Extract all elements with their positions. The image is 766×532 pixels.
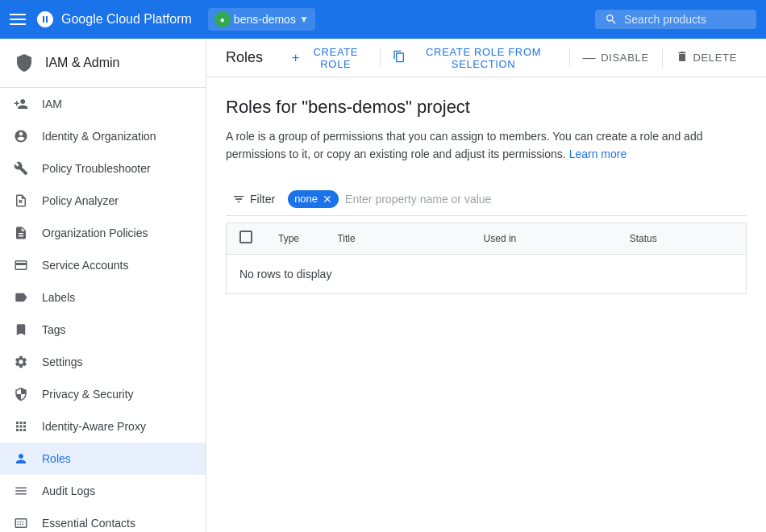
disable-label: DISABLE bbox=[601, 52, 648, 64]
create-role-button[interactable]: + CREATE ROLE bbox=[282, 39, 377, 77]
create-role-label: CREATE ROLE bbox=[305, 46, 367, 70]
doc-search-icon bbox=[13, 193, 29, 209]
sidebar-item-settings[interactable]: Settings bbox=[0, 346, 206, 378]
sidebar-item-label: Labels bbox=[42, 291, 75, 304]
sidebar-item-label: Privacy & Security bbox=[42, 388, 134, 401]
column-header-type: Type bbox=[272, 230, 331, 247]
project-selector[interactable]: ● bens-demos ▼ bbox=[208, 8, 315, 31]
page-description: A role is a group of permissions that yo… bbox=[226, 127, 747, 164]
search-input[interactable] bbox=[624, 13, 745, 26]
copy-icon bbox=[393, 50, 406, 65]
sidebar-item-label: Organization Policies bbox=[42, 227, 148, 239]
top-navigation: Google Cloud Platform ● bens-demos ▼ bbox=[0, 0, 766, 39]
shield-icon bbox=[13, 52, 35, 74]
plus-icon: + bbox=[292, 51, 300, 65]
sidebar-item-roles[interactable]: Roles bbox=[0, 443, 206, 475]
toolbar-title: Roles bbox=[226, 49, 263, 66]
project-icon: ● bbox=[214, 11, 231, 27]
project-name: bens-demos bbox=[234, 13, 296, 26]
table-header: Type Title Used in Status bbox=[227, 223, 746, 255]
shield-lock-icon bbox=[13, 386, 29, 402]
toolbar-divider-2 bbox=[569, 48, 570, 68]
sidebar-item-service-accounts[interactable]: Service Accounts bbox=[0, 249, 206, 281]
sidebar-item-privacy-security[interactable]: Privacy & Security bbox=[0, 378, 206, 410]
filter-input[interactable] bbox=[345, 193, 747, 206]
column-header-used-in: Used in bbox=[477, 230, 623, 247]
sidebar-item-label: Essential Contacts bbox=[42, 517, 135, 530]
create-role-from-selection-button[interactable]: CREATE ROLE FROM SELECTION bbox=[383, 39, 565, 77]
sidebar-title: IAM & Admin bbox=[45, 56, 119, 70]
sidebar-header: IAM & Admin bbox=[0, 39, 206, 88]
sidebar-item-label: Service Accounts bbox=[42, 259, 128, 272]
filter-bar: Filter none ✕ bbox=[226, 183, 747, 216]
sidebar-item-essential-contacts[interactable]: Essential Contacts bbox=[0, 507, 206, 532]
chevron-down-icon: ▼ bbox=[299, 14, 309, 25]
table-header-checkbox[interactable] bbox=[239, 231, 272, 246]
sidebar-item-identity-org[interactable]: Identity & Organization bbox=[0, 120, 206, 152]
table-empty-message: No rows to display bbox=[227, 255, 746, 293]
sidebar-item-policy-analyzer[interactable]: Policy Analyzer bbox=[0, 185, 206, 217]
sidebar-item-label: Audit Logs bbox=[42, 484, 95, 497]
wrench-icon bbox=[13, 160, 29, 177]
sidebar-item-label: Roles bbox=[42, 452, 71, 465]
create-role-from-selection-label: CREATE ROLE FROM SELECTION bbox=[410, 46, 556, 70]
sidebar-item-label: Policy Analyzer bbox=[42, 194, 119, 207]
select-all-checkbox[interactable] bbox=[239, 231, 252, 243]
sidebar-item-identity-aware-proxy[interactable]: Identity-Aware Proxy bbox=[0, 410, 206, 443]
filter-chip[interactable]: none ✕ bbox=[288, 190, 339, 208]
search-box[interactable] bbox=[595, 10, 756, 29]
filter-chip-close-icon[interactable]: ✕ bbox=[323, 193, 332, 206]
main-content: Roles + CREATE ROLE CREATE ROLE FROM SEL… bbox=[206, 39, 766, 532]
sidebar-item-audit-logs[interactable]: Audit Logs bbox=[0, 475, 206, 507]
roles-table: Type Title Used in Status No rows to dis… bbox=[226, 222, 747, 294]
brand-label: Google Cloud Platform bbox=[61, 12, 192, 27]
person-circle-icon bbox=[13, 128, 29, 144]
sidebar-item-iam[interactable]: IAM bbox=[0, 88, 206, 120]
person-add-icon bbox=[13, 96, 29, 112]
sidebar-item-label: Settings bbox=[42, 355, 83, 368]
list-lines-icon bbox=[13, 483, 29, 499]
person-key-icon bbox=[13, 451, 29, 467]
list-doc-icon bbox=[13, 225, 29, 241]
gcp-logo-icon bbox=[35, 10, 55, 29]
toolbar-divider bbox=[380, 48, 381, 68]
sidebar-item-label: IAM bbox=[42, 98, 62, 110]
description-text: A role is a group of permissions that yo… bbox=[226, 130, 702, 160]
column-header-status: Status bbox=[623, 230, 733, 247]
hamburger-menu-icon[interactable] bbox=[10, 14, 26, 25]
sidebar: IAM & Admin IAM Identity & Organization … bbox=[0, 39, 206, 532]
sidebar-item-label: Policy Troubleshooter bbox=[42, 162, 151, 175]
id-card-icon bbox=[13, 257, 29, 273]
sidebar-item-org-policies[interactable]: Organization Policies bbox=[0, 217, 206, 249]
column-header-title: Title bbox=[331, 230, 477, 247]
minus-icon: — bbox=[583, 51, 597, 65]
sidebar-item-label: Identity & Organization bbox=[42, 130, 156, 143]
sidebar-item-policy-troubleshooter[interactable]: Policy Troubleshooter bbox=[0, 152, 206, 185]
sidebar-item-labels[interactable]: Labels bbox=[0, 281, 206, 314]
delete-button[interactable]: DELETE bbox=[666, 39, 747, 77]
brand-name: Google Cloud Platform bbox=[35, 10, 192, 29]
gear-icon bbox=[13, 354, 29, 370]
sidebar-item-label: Tags bbox=[42, 323, 66, 336]
id-badge-icon bbox=[13, 515, 29, 531]
grid-app-icon bbox=[13, 418, 29, 434]
toolbar: Roles + CREATE ROLE CREATE ROLE FROM SEL… bbox=[206, 39, 766, 77]
sidebar-item-label: Identity-Aware Proxy bbox=[42, 420, 146, 433]
page-title: Roles for "bens-demos" project bbox=[226, 97, 747, 118]
filter-chip-label: none bbox=[294, 193, 318, 205]
tag-icon bbox=[13, 289, 29, 305]
disable-button[interactable]: — DISABLE bbox=[573, 39, 659, 77]
delete-label: DELETE bbox=[693, 52, 737, 64]
learn-more-link[interactable]: Learn more bbox=[569, 148, 627, 160]
search-icon bbox=[605, 13, 618, 26]
content-area: Roles for "bens-demos" project A role is… bbox=[206, 77, 766, 532]
toolbar-divider-3 bbox=[662, 48, 663, 68]
trash-icon bbox=[676, 50, 689, 65]
filter-button[interactable]: Filter bbox=[226, 189, 281, 209]
filter-label: Filter bbox=[250, 193, 275, 206]
main-layout: IAM & Admin IAM Identity & Organization … bbox=[0, 39, 766, 532]
bookmark-icon bbox=[13, 322, 29, 338]
filter-icon bbox=[232, 193, 245, 206]
sidebar-item-tags[interactable]: Tags bbox=[0, 314, 206, 346]
